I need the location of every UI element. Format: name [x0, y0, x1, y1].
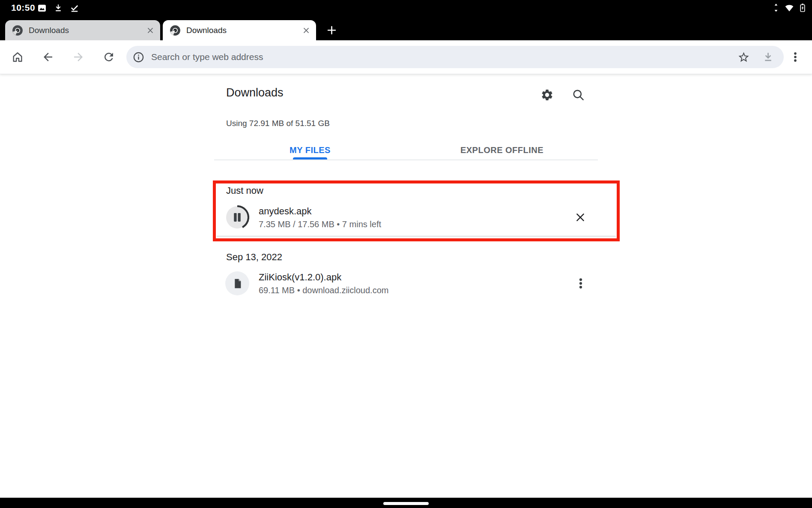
browser-tab-downloads-2[interactable]: Downloads — [163, 20, 316, 40]
group-header-date: Sep 13, 2022 — [226, 252, 282, 263]
home-indicator[interactable] — [383, 502, 429, 505]
reload-button[interactable] — [102, 50, 116, 64]
storage-summary: Using 72.91 MB of 51.51 GB — [226, 119, 330, 128]
page-title: Downloads — [226, 86, 284, 99]
image-notification-icon — [37, 3, 47, 13]
home-icon — [11, 51, 24, 63]
tab-title: Downloads — [29, 26, 146, 35]
download-file-name[interactable]: anydesk.apk — [259, 206, 312, 217]
browser-menu-button[interactable] — [788, 50, 803, 64]
downloads-settings-button[interactable] — [539, 87, 555, 102]
kebab-menu-icon — [574, 277, 587, 290]
home-button[interactable] — [10, 50, 25, 64]
bookmark-star-icon[interactable] — [737, 51, 750, 63]
file-type-icon-wrap — [225, 271, 249, 295]
screen: 10:50 — [0, 0, 812, 508]
divider — [214, 159, 598, 160]
arrow-forward-icon — [72, 51, 85, 63]
wifi-icon — [784, 3, 794, 13]
close-icon — [574, 211, 586, 223]
system-nav-bar — [0, 498, 812, 508]
downloads-search-button[interactable] — [570, 87, 586, 102]
divider — [217, 236, 616, 237]
address-bar[interactable] — [126, 46, 784, 68]
file-options-button[interactable] — [573, 275, 588, 292]
download-notification-icon — [53, 3, 63, 13]
search-input[interactable] — [151, 52, 737, 62]
filter-tabs: MY FILES EXPLORE OFFLINE — [214, 140, 598, 160]
close-tab-icon[interactable] — [302, 26, 311, 35]
network-activity-icon — [771, 3, 781, 13]
search-icon — [572, 88, 585, 102]
clock: 10:50 — [11, 3, 35, 13]
status-bar: 10:50 — [0, 0, 812, 16]
downloads-toolbar-icon[interactable] — [762, 51, 774, 63]
new-tab-button[interactable] — [320, 20, 343, 40]
system-status-icons — [771, 3, 808, 13]
download-progress-text: 7.35 MB / 17.56 MB • 7 mins left — [259, 219, 381, 229]
document-icon — [232, 278, 243, 289]
tab-explore-offline[interactable]: EXPLORE OFFLINE — [406, 140, 598, 160]
cancel-download-button[interactable] — [574, 211, 587, 224]
reload-icon — [102, 51, 115, 63]
pause-icon — [234, 213, 236, 222]
back-button[interactable] — [41, 50, 55, 64]
tab-title: Downloads — [186, 26, 302, 35]
highlight-box: Just now anydesk.apk 7.35 MB / 17.56 MB … — [213, 180, 620, 241]
battery-charging-icon — [797, 3, 808, 13]
check-notification-icon — [69, 3, 80, 13]
pause-download-button[interactable] — [225, 205, 249, 229]
chrome-favicon — [170, 25, 181, 36]
download-file-meta: 69.11 MB • download.ziicloud.com — [259, 286, 388, 295]
browser-toolbar — [0, 40, 812, 74]
arrow-back-icon — [42, 51, 54, 63]
downloads-page: Downloads Using 72.91 MB of 51.51 GB MY … — [0, 74, 812, 498]
download-progress-arc — [226, 206, 248, 228]
chrome-favicon — [12, 25, 23, 36]
close-tab-icon[interactable] — [146, 26, 155, 35]
kebab-menu-icon — [789, 51, 801, 63]
tab-strip: Downloads Downloads — [0, 16, 812, 40]
gear-icon — [540, 88, 554, 102]
notification-icons — [37, 3, 80, 13]
browser-tab-downloads-1[interactable]: Downloads — [5, 20, 160, 40]
page-info-icon[interactable] — [132, 51, 145, 63]
group-header-just-now: Just now — [226, 185, 263, 196]
progress-circle — [225, 205, 249, 229]
forward-button[interactable] — [71, 50, 86, 64]
download-file-name[interactable]: ZiiKiosk(v1.2.0).apk — [259, 272, 341, 283]
plus-icon — [326, 24, 337, 36]
